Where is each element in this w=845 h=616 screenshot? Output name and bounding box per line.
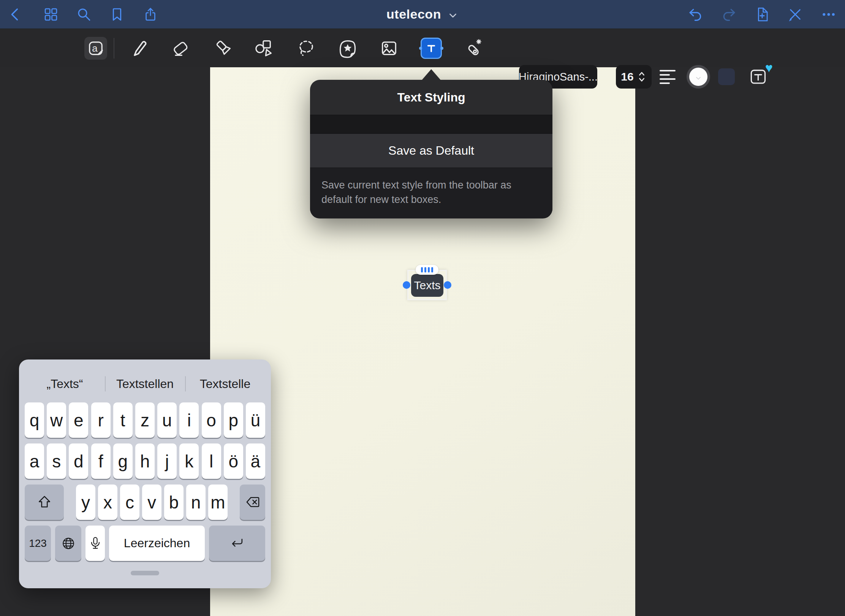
resize-handle-left[interactable]: [403, 281, 410, 289]
suggestion-item[interactable]: Textstellen: [105, 371, 185, 397]
letter-key[interactable]: z: [135, 402, 155, 438]
lasso-icon: [296, 38, 316, 58]
textbox[interactable]: Texts: [411, 274, 443, 297]
letter-key[interactable]: k: [179, 443, 199, 479]
letter-key[interactable]: v: [142, 485, 161, 520]
text-align-button[interactable]: [660, 67, 679, 87]
exit-edit-mode-button[interactable]: [786, 6, 804, 23]
letter-key[interactable]: ö: [224, 443, 243, 479]
letter-key[interactable]: o: [202, 402, 221, 438]
popover-divider-band: [310, 115, 552, 134]
keyboard-row-4: 123 Leerzeichen: [25, 526, 265, 561]
letter-key[interactable]: m: [208, 485, 228, 520]
letter-key[interactable]: b: [164, 485, 184, 520]
letter-key[interactable]: n: [186, 485, 206, 520]
backspace-key[interactable]: [240, 485, 265, 520]
svg-text:a: a: [92, 43, 98, 54]
textbox-content: Texts: [414, 279, 440, 292]
undo-button[interactable]: [687, 6, 704, 23]
letter-key[interactable]: h: [135, 443, 155, 479]
toolbar-separator: [114, 38, 114, 59]
suggestion-bar: „Texts“ Textstellen Textstelle: [25, 371, 265, 397]
document-title: utelecon: [386, 7, 441, 22]
letter-key[interactable]: w: [47, 402, 66, 438]
lasso-tool-button[interactable]: [295, 37, 318, 60]
page-mode-icon: a: [86, 38, 106, 58]
popover-description: Save current text style from the toolbar…: [310, 168, 552, 218]
letter-key[interactable]: a: [25, 443, 44, 479]
laser-pointer-icon: [463, 38, 483, 58]
top-navigation-bar: utelecon: [0, 0, 845, 29]
keyboard-row-3-letters: yxcvbnm: [76, 485, 228, 520]
space-key[interactable]: Leerzeichen: [109, 526, 205, 561]
letter-key[interactable]: x: [98, 485, 117, 520]
tool-bar: a HiraginoSans-... 16: [0, 29, 845, 67]
title-area[interactable]: utelecon: [0, 0, 845, 29]
eraser-tool-button[interactable]: [169, 37, 192, 60]
sticker-icon: [338, 38, 358, 58]
letter-key[interactable]: f: [91, 443, 111, 479]
return-icon: [229, 535, 245, 552]
popover-arrow: [421, 69, 441, 81]
save-as-default-button[interactable]: Save as Default: [310, 134, 552, 168]
floating-keyboard[interactable]: „Texts“ Textstellen Textstelle qwertzuio…: [19, 359, 271, 588]
image-icon: [379, 38, 399, 58]
letter-key[interactable]: l: [202, 443, 221, 479]
pen-tool-button[interactable]: [128, 37, 150, 60]
page-mode-button[interactable]: a: [84, 37, 107, 60]
laser-pointer-button[interactable]: [462, 37, 484, 60]
keyboard-drag-bar[interactable]: [131, 571, 159, 575]
mic-icon: [87, 535, 104, 552]
shift-key[interactable]: [25, 485, 64, 520]
return-key[interactable]: [209, 526, 265, 561]
numbers-key[interactable]: 123: [25, 526, 51, 561]
heart-badge-icon: ♥: [765, 60, 773, 75]
pen-icon: [129, 38, 149, 58]
letter-key[interactable]: ä: [246, 443, 265, 479]
globe-key[interactable]: [55, 526, 81, 561]
letter-key[interactable]: y: [76, 485, 95, 520]
letter-key[interactable]: d: [69, 443, 88, 479]
redo-button[interactable]: [720, 6, 737, 23]
letter-key[interactable]: s: [47, 443, 66, 479]
letter-key[interactable]: ü: [246, 402, 265, 438]
letter-key[interactable]: u: [157, 402, 177, 438]
redo-icon: [721, 6, 737, 22]
eraser-icon: [171, 38, 190, 58]
text-tool-button-selected[interactable]: [421, 38, 442, 59]
font-size-value: 16: [621, 70, 633, 83]
more-options-button[interactable]: [820, 6, 837, 23]
letter-key[interactable]: t: [113, 402, 133, 438]
dictation-key[interactable]: [85, 526, 105, 561]
letter-key[interactable]: r: [91, 402, 111, 438]
chevron-down-icon: [447, 10, 459, 21]
highlighter-tool-button[interactable]: [212, 37, 235, 60]
secondary-swatch[interactable]: [718, 68, 735, 85]
letter-key[interactable]: j: [157, 443, 177, 479]
textbox-drag-handle[interactable]: [416, 265, 438, 275]
letter-key[interactable]: i: [179, 402, 199, 438]
keyboard-row-1: qwertzuiopü: [25, 402, 265, 438]
add-page-button[interactable]: [753, 6, 771, 23]
exit-edit-mode-icon: [787, 6, 803, 22]
font-size-stepper[interactable]: 16: [616, 65, 652, 89]
suggestion-item[interactable]: Textstelle: [185, 371, 265, 397]
letter-key[interactable]: g: [113, 443, 133, 479]
sticker-tool-button[interactable]: [336, 37, 359, 60]
letter-key[interactable]: e: [69, 402, 88, 438]
letter-key[interactable]: q: [25, 402, 44, 438]
selected-color-circle: [689, 68, 707, 86]
stepper-chevrons-icon: [637, 70, 647, 83]
more-ellipsis-icon: [821, 6, 837, 22]
text-tool-handle-dot: [440, 47, 443, 50]
text-tool-icon: [424, 41, 439, 56]
backspace-icon: [244, 494, 261, 511]
shapes-tool-button[interactable]: [253, 37, 275, 60]
letter-key[interactable]: c: [120, 485, 139, 520]
resize-handle-right[interactable]: [444, 281, 451, 289]
favorite-text-style-button[interactable]: ♥: [748, 65, 772, 89]
letter-key[interactable]: p: [224, 402, 243, 438]
image-tool-button[interactable]: [378, 37, 400, 60]
text-color-swatch[interactable]: [687, 65, 710, 89]
suggestion-item[interactable]: „Texts“: [25, 371, 105, 397]
